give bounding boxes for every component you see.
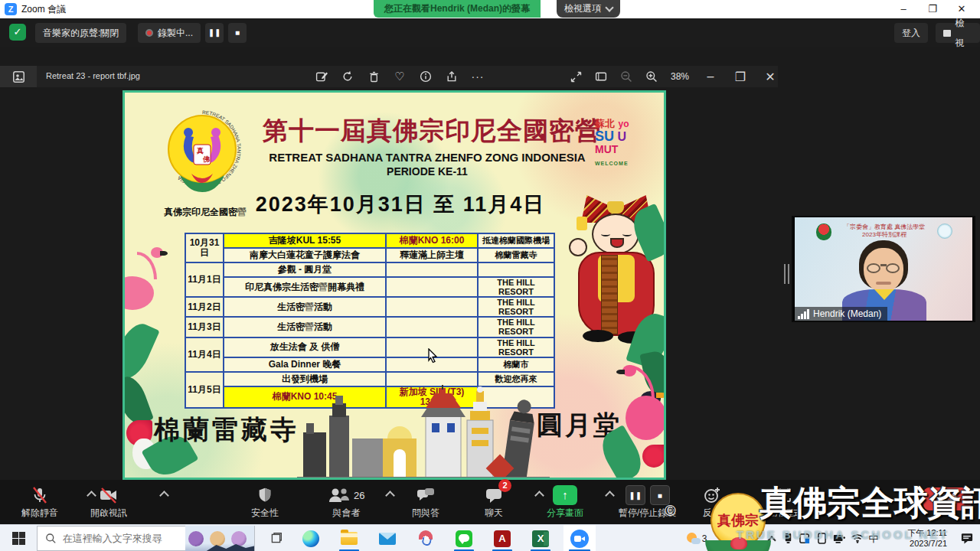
unmute-button[interactable]: 解除靜音 <box>21 484 58 520</box>
task-view-button[interactable] <box>260 525 291 551</box>
schedule-cell: Gala Dinner 晚餐 <box>224 357 386 372</box>
participants-count: 26 <box>354 490 364 501</box>
schedule-cell <box>386 317 478 337</box>
task-view-icon <box>270 532 283 545</box>
taskbar-excel[interactable]: X <box>525 525 556 551</box>
taskbar-edge[interactable] <box>296 525 326 551</box>
taskbar-line[interactable] <box>449 525 479 551</box>
start-button[interactable] <box>0 525 37 551</box>
view-button[interactable]: 檢視 <box>936 23 980 43</box>
mouse-cursor <box>427 348 439 364</box>
viewer-close-button[interactable]: ✕ <box>757 66 783 87</box>
tray-device-icon[interactable] <box>779 525 796 551</box>
hidden-icons-caret[interactable] <box>766 525 778 551</box>
apps-button[interactable]: 應用程式 <box>766 484 802 520</box>
video-options-caret[interactable] <box>161 491 168 497</box>
svg-text:真: 真 <box>196 147 204 155</box>
taskbar-zoom-active[interactable] <box>564 525 596 551</box>
more-options-button[interactable]: ··· <box>467 66 488 87</box>
participant-video-tile[interactable]: 「宗委會」教育處 真佛法學堂 2023年特別課程 Hendrik (Medan) <box>792 216 975 322</box>
stop-recording-icon[interactable]: ■ <box>650 485 670 505</box>
rotate-button[interactable] <box>337 66 358 87</box>
participant-video-feed: 「宗委會」教育處 真佛法學堂 2023年特別課程 Hendrik (Medan) <box>795 217 972 321</box>
flamingo-left <box>122 230 165 337</box>
chat-options-caret[interactable] <box>536 491 543 497</box>
qa-button[interactable]: 問與答 <box>412 484 439 520</box>
acrobat-icon: A <box>494 530 511 547</box>
schedule-cell: 歡迎您再來 <box>478 372 554 386</box>
slideshow-icon[interactable] <box>590 66 612 87</box>
fan-app-icon <box>417 530 434 547</box>
share-screen-button[interactable]: ↑ 分享畫面 <box>547 484 583 520</box>
participants-options-caret[interactable] <box>387 491 394 497</box>
tray-clock[interactable]: 下午 12:11 2023/7/21 <box>884 525 950 551</box>
meeting-toolbar: 解除靜音 開啟視訊 安全性 26 與會者 <box>0 480 980 524</box>
tray-onedrive-icon[interactable] <box>796 525 813 551</box>
viewer-minimize-button[interactable]: – <box>697 66 724 87</box>
flamingo-right <box>606 365 666 480</box>
share-screen-icon: ↑ <box>553 485 577 505</box>
school-round-logo <box>937 223 952 239</box>
signin-button[interactable]: 登入 <box>894 23 928 43</box>
city-skyline-illustration <box>297 385 550 480</box>
pause-recording-icon[interactable]: ❚❚ <box>626 485 645 505</box>
view-options-button[interactable]: 檢視選項 <box>557 0 620 18</box>
zoom-in-icon[interactable] <box>641 66 662 87</box>
tray-display-icon[interactable] <box>830 525 848 551</box>
taskbar-search-box[interactable] <box>37 526 255 551</box>
participants-button[interactable]: 26 與會者 <box>328 484 364 520</box>
start-video-button[interactable]: 開啟視訊 <box>90 484 127 520</box>
pause-stop-recording-button[interactable]: ❚❚ ■ 暫停/停止錄製 <box>619 484 676 520</box>
photo-viewer-tab[interactable] <box>0 66 37 87</box>
mascot-hand <box>569 238 587 256</box>
reactions-button[interactable]: 反應 <box>703 484 721 520</box>
zoom-level: 38% <box>666 71 694 82</box>
schedule-cell: THE HILL RESORT <box>478 337 554 357</box>
delete-button[interactable] <box>363 66 384 87</box>
chat-button[interactable]: 2 聊天 <box>484 484 504 520</box>
zoom-out-icon[interactable] <box>616 66 637 87</box>
tray-phone-icon[interactable] <box>813 525 830 551</box>
schedule-date: 11月3日 <box>185 317 224 337</box>
fit-to-window-icon[interactable] <box>565 66 586 87</box>
connection-signal-icon <box>798 308 810 319</box>
favorite-heart-button[interactable]: ♡ <box>389 66 410 87</box>
svg-text:佛: 佛 <box>202 155 210 163</box>
stop-recording-button[interactable]: ■ <box>228 23 247 43</box>
badge-su: SU <box>595 129 614 144</box>
schedule-cell: 生活密營活動 <box>224 317 386 337</box>
video-panel-drag-handle[interactable] <box>784 264 789 284</box>
share-button[interactable] <box>441 66 462 87</box>
edit-image-button[interactable] <box>311 66 332 87</box>
tray-weather[interactable]: 3 <box>680 525 714 551</box>
recording-label: 錄製中... <box>158 23 193 43</box>
taskbar-acrobat[interactable]: A <box>487 525 518 551</box>
weather-temp: 3 <box>702 533 707 544</box>
poster-date-range: 2023年10月31日 至 11月4日 <box>217 191 584 218</box>
security-button[interactable]: 安全性 <box>251 484 279 520</box>
schedule-cell <box>386 297 478 317</box>
meeting-security-shield-icon[interactable]: ✓ <box>9 24 26 41</box>
participants-icon: 26 <box>328 484 364 507</box>
original-sound-button[interactable]: 音樂家的原聲:關閉 <box>35 23 126 43</box>
info-button[interactable] <box>415 66 436 87</box>
poster-subtitle2: PERIODE KE-11 <box>263 165 592 178</box>
search-icon <box>45 533 57 544</box>
taskbar-file-explorer[interactable] <box>334 525 364 551</box>
taskbar-mail[interactable] <box>372 525 403 551</box>
weather-icon <box>687 533 701 545</box>
viewer-restore-button[interactable]: ❐ <box>727 66 753 87</box>
schedule-table: 10月31日 吉隆坡KUL 15:55 棉蘭KNO 16:00 抵達棉蘭國際機場… <box>185 233 555 409</box>
tray-wifi-icon[interactable] <box>848 525 867 551</box>
share-options-caret[interactable] <box>606 491 613 497</box>
ime-indicator[interactable]: 中 <box>865 525 882 551</box>
pause-recording-button[interactable]: ❚❚ <box>205 23 224 43</box>
search-highlight-decoration[interactable] <box>185 526 254 551</box>
chat-bubble-icon: 2 <box>484 484 504 507</box>
watching-screen-banner: 您正在觀看Hendrik (Medan)的螢幕 <box>374 0 541 18</box>
search-input[interactable] <box>63 533 185 544</box>
leave-meeting-button[interactable]: 離開 <box>923 487 971 510</box>
action-center-button[interactable] <box>956 525 978 551</box>
schedule-cell: 出發到機場 <box>224 372 386 386</box>
taskbar-fan-app[interactable] <box>410 525 441 551</box>
